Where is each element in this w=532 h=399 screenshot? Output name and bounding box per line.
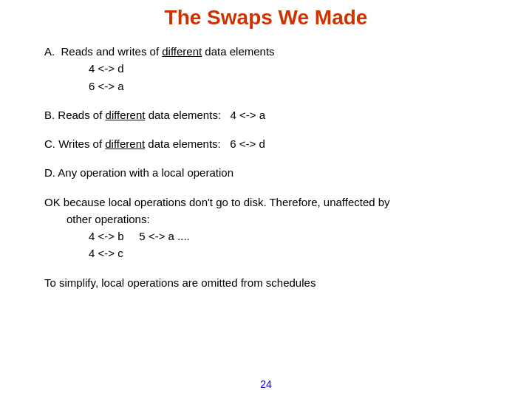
section-a-label: A. Reads and writes of different data el…: [44, 45, 275, 58]
simplify-text: To simplify, local operations are omitte…: [44, 276, 316, 289]
section-c-underline: different: [105, 137, 145, 150]
ok-line2: other operations:: [44, 211, 488, 228]
ok-indent-line1: 4 <-> b 5 <-> a ....: [89, 228, 488, 245]
section-b: B. Reads of different data elements: 4 <…: [44, 106, 488, 123]
section-a-underline: different: [162, 45, 202, 58]
page-number: 24: [260, 378, 272, 390]
section-a: A. Reads and writes of different data el…: [44, 43, 488, 95]
section-a-line1: 4 <-> d: [89, 60, 488, 77]
section-a-indent: 4 <-> d 6 <-> a: [44, 60, 488, 95]
simplify-section: To simplify, local operations are omitte…: [44, 274, 488, 291]
ok-indent: 4 <-> b 5 <-> a .... 4 <-> c: [44, 228, 488, 262]
page-container: The Swaps We Made A. Reads and writes of…: [0, 0, 532, 399]
ok-indent-line2: 4 <-> c: [89, 245, 488, 262]
section-d-label: D. Any operation with a local operation: [44, 166, 233, 179]
ok-section: OK because local operations don't go to …: [44, 194, 488, 262]
section-d: D. Any operation with a local operation: [44, 164, 488, 181]
section-c: C. Writes of different data elements: 6 …: [44, 135, 488, 152]
section-c-label: C. Writes of different data elements: 6 …: [44, 137, 265, 150]
page-title: The Swaps We Made: [44, 0, 488, 43]
ok-line1: OK because local operations don't go to …: [44, 194, 488, 211]
section-a-line2: 6 <-> a: [89, 78, 488, 95]
section-b-underline: different: [106, 109, 146, 121]
section-b-label: B. Reads of different data elements: 4 <…: [44, 109, 265, 121]
